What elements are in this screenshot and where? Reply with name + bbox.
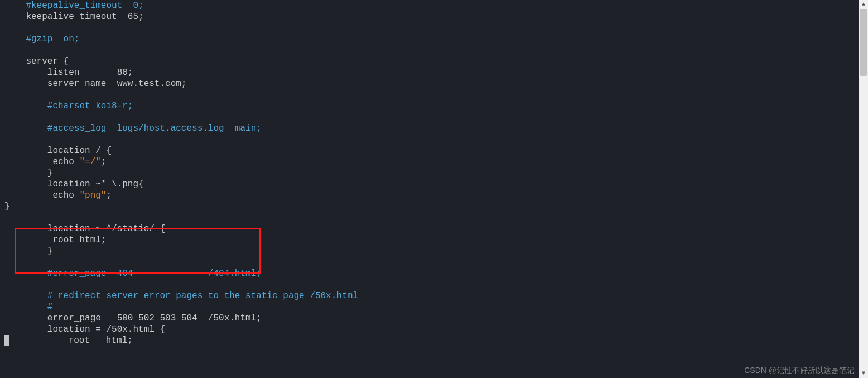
code-line: location ~* \.png{ — [4, 179, 859, 190]
scrollbar-down-arrow[interactable]: ▼ — [859, 369, 868, 378]
code-comment: # redirect server error pages to the sta… — [47, 291, 358, 301]
code-text: ; — [101, 157, 107, 167]
code-line: #error_page 404 /404.html; — [4, 268, 859, 279]
code-line: } — [4, 168, 859, 179]
code-comment: #gzip on; — [26, 34, 79, 44]
code-string: "png" — [79, 190, 106, 200]
code-line: #gzip on; — [4, 34, 859, 45]
code-line: location ~ ^/static/ { — [4, 223, 859, 235]
chevron-down-icon: ▼ — [862, 368, 865, 378]
code-line: } — [4, 201, 859, 212]
code-text: echo — [52, 190, 79, 200]
code-line: #keepalive_timeout 0; — [4, 0, 859, 11]
code-line: # — [4, 302, 859, 313]
code-comment: #keepalive_timeout 0; — [26, 1, 143, 11]
code-line — [4, 134, 859, 145]
code-line: root html; — [4, 235, 859, 246]
code-string: "=/" — [79, 157, 100, 167]
code-comment: #charset koi8-r; — [47, 101, 133, 111]
code-text: error_page 500 502 503 504 /50x.html; — [47, 313, 262, 323]
code-text: listen 80; — [47, 68, 133, 78]
code-line: server { — [4, 56, 859, 67]
watermark-text: CSDN @记性不好所以这是笔记 — [744, 365, 855, 376]
code-text: server_name www.test.com; — [47, 79, 187, 89]
code-text: } — [47, 168, 53, 178]
code-line: server_name www.test.com; — [4, 78, 859, 89]
code-line — [4, 257, 859, 268]
vertical-scrollbar[interactable]: ▲ ▼ — [859, 0, 868, 378]
code-line: #charset koi8-r; — [4, 101, 859, 112]
code-line: echo "png"; — [4, 190, 859, 201]
code-line: } — [4, 246, 859, 257]
scrollbar-thumb[interactable] — [860, 9, 867, 76]
code-comment: #access_log logs/host.access.log main; — [47, 123, 262, 133]
code-line — [4, 45, 859, 56]
code-line: echo "=/"; — [4, 156, 859, 168]
code-block[interactable]: #keepalive_timeout 0; keepalive_timeout … — [0, 0, 859, 346]
code-text: root html; — [69, 336, 133, 346]
code-line — [4, 212, 859, 223]
code-text: root html; — [52, 235, 106, 245]
code-line — [4, 89, 859, 101]
code-comment: #error_page 404 /404.html; — [47, 269, 262, 279]
text-cursor — [4, 335, 9, 346]
code-text: } — [4, 202, 10, 212]
code-line: root html; — [4, 335, 859, 346]
editor-viewport[interactable]: #keepalive_timeout 0; keepalive_timeout … — [0, 0, 859, 378]
code-line — [4, 279, 859, 290]
code-line: listen 80; — [4, 67, 859, 78]
code-text: } — [47, 246, 53, 256]
code-line: # redirect server error pages to the sta… — [4, 290, 859, 302]
code-line: location / { — [4, 145, 859, 156]
code-line: error_page 500 502 503 504 /50x.html; — [4, 313, 859, 324]
code-text: location ~ ^/static/ { — [47, 224, 165, 234]
code-text: echo — [52, 157, 79, 167]
code-line — [4, 112, 859, 123]
code-line: keepalive_timeout 65; — [4, 11, 859, 22]
code-text: keepalive_timeout 65; — [26, 12, 143, 22]
code-text: server { — [26, 56, 69, 66]
code-line: location = /50x.html { — [4, 324, 859, 335]
scrollbar-up-arrow[interactable]: ▲ — [859, 0, 868, 9]
code-text: location / { — [47, 146, 112, 156]
code-text: location ~* \.png{ — [47, 179, 144, 189]
code-line: #access_log logs/host.access.log main; — [4, 123, 859, 134]
code-comment: # — [47, 302, 53, 312]
code-text: ; — [106, 190, 112, 200]
code-line — [4, 22, 859, 34]
code-text: location = /50x.html { — [47, 324, 165, 334]
